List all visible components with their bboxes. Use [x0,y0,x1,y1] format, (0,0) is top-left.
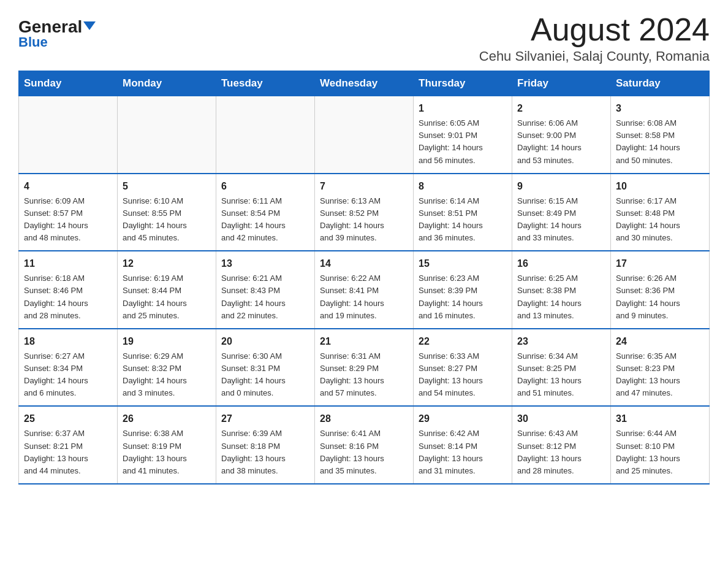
calendar-week-row: 1Sunrise: 6:05 AMSunset: 9:01 PMDaylight… [19,96,710,174]
day-number: 17 [616,256,704,271]
calendar-table: SundayMondayTuesdayWednesdayThursdayFrid… [18,71,710,484]
day-info: Sunrise: 6:41 AMSunset: 8:16 PMDaylight:… [320,427,408,477]
day-number: 25 [24,412,112,426]
weekday-header-wednesday: Wednesday [315,71,414,96]
calendar-cell: 21Sunrise: 6:31 AMSunset: 8:29 PMDayligh… [315,329,414,407]
day-info: Sunrise: 6:18 AMSunset: 8:46 PMDaylight:… [24,272,112,322]
day-number: 31 [616,412,704,426]
day-info: Sunrise: 6:11 AMSunset: 8:54 PMDaylight:… [221,195,309,245]
weekday-header-thursday: Thursday [414,71,512,96]
calendar-cell: 29Sunrise: 6:42 AMSunset: 8:14 PMDayligh… [414,406,512,484]
day-number: 13 [221,256,309,271]
calendar-cell: 14Sunrise: 6:22 AMSunset: 8:41 PMDayligh… [315,251,414,329]
calendar-cell: 11Sunrise: 6:18 AMSunset: 8:46 PMDayligh… [19,251,118,329]
calendar-cell [216,96,315,174]
calendar-cell: 28Sunrise: 6:41 AMSunset: 8:16 PMDayligh… [315,406,414,484]
calendar-cell: 5Sunrise: 6:10 AMSunset: 8:55 PMDaylight… [118,174,216,251]
calendar-cell: 2Sunrise: 6:06 AMSunset: 9:00 PMDaylight… [512,96,611,174]
calendar-cell: 19Sunrise: 6:29 AMSunset: 8:32 PMDayligh… [118,329,216,407]
weekday-header-friday: Friday [512,71,611,96]
calendar-cell: 12Sunrise: 6:19 AMSunset: 8:44 PMDayligh… [118,251,216,329]
day-info: Sunrise: 6:30 AMSunset: 8:31 PMDaylight:… [221,350,309,400]
day-info: Sunrise: 6:35 AMSunset: 8:23 PMDaylight:… [616,350,704,400]
day-info: Sunrise: 6:43 AMSunset: 8:12 PMDaylight:… [517,427,605,477]
day-number: 5 [123,179,211,194]
day-info: Sunrise: 6:23 AMSunset: 8:39 PMDaylight:… [419,272,507,322]
day-number: 11 [24,256,112,271]
weekday-header-sunday: Sunday [19,71,118,96]
calendar-cell: 22Sunrise: 6:33 AMSunset: 8:27 PMDayligh… [414,329,512,407]
day-number: 28 [320,412,408,426]
weekday-header-monday: Monday [118,71,216,96]
day-number: 23 [517,334,605,349]
calendar-cell: 18Sunrise: 6:27 AMSunset: 8:34 PMDayligh… [19,329,118,407]
day-info: Sunrise: 6:15 AMSunset: 8:49 PMDaylight:… [517,195,605,245]
calendar-header-row: SundayMondayTuesdayWednesdayThursdayFrid… [19,71,710,96]
day-number: 9 [517,179,605,194]
logo-triangle-icon [83,21,96,30]
day-info: Sunrise: 6:38 AMSunset: 8:19 PMDaylight:… [123,427,211,477]
day-info: Sunrise: 6:34 AMSunset: 8:25 PMDaylight:… [517,350,605,400]
day-info: Sunrise: 6:08 AMSunset: 8:58 PMDaylight:… [616,117,704,167]
day-info: Sunrise: 6:26 AMSunset: 8:36 PMDaylight:… [616,272,704,322]
day-number: 12 [123,256,211,271]
day-info: Sunrise: 6:27 AMSunset: 8:34 PMDaylight:… [24,350,112,400]
day-number: 8 [419,179,507,194]
day-number: 3 [616,101,704,116]
logo-general-text: General [18,18,96,36]
day-info: Sunrise: 6:25 AMSunset: 8:38 PMDaylight:… [517,272,605,322]
day-number: 29 [419,412,507,426]
day-number: 6 [221,179,309,194]
calendar-cell: 20Sunrise: 6:30 AMSunset: 8:31 PMDayligh… [216,329,315,407]
calendar-cell: 7Sunrise: 6:13 AMSunset: 8:52 PMDaylight… [315,174,414,251]
calendar-cell: 26Sunrise: 6:38 AMSunset: 8:19 PMDayligh… [118,406,216,484]
day-info: Sunrise: 6:05 AMSunset: 9:01 PMDaylight:… [419,117,507,167]
day-number: 14 [320,256,408,271]
calendar-cell: 16Sunrise: 6:25 AMSunset: 8:38 PMDayligh… [512,251,611,329]
day-number: 15 [419,256,507,271]
calendar-cell: 4Sunrise: 6:09 AMSunset: 8:57 PMDaylight… [19,174,118,251]
day-number: 2 [517,101,605,116]
day-number: 1 [419,101,507,116]
calendar-week-row: 4Sunrise: 6:09 AMSunset: 8:57 PMDaylight… [19,174,710,251]
day-info: Sunrise: 6:19 AMSunset: 8:44 PMDaylight:… [123,272,211,322]
month-title: August 2024 [479,12,710,47]
day-info: Sunrise: 6:06 AMSunset: 9:00 PMDaylight:… [517,117,605,167]
calendar-cell: 25Sunrise: 6:37 AMSunset: 8:21 PMDayligh… [19,406,118,484]
day-number: 19 [123,334,211,349]
page-header: General Blue August 2024 Cehu Silvaniei,… [18,12,710,64]
day-number: 27 [221,412,309,426]
calendar-week-row: 11Sunrise: 6:18 AMSunset: 8:46 PMDayligh… [19,251,710,329]
logo-blue-text: Blue [18,34,48,50]
calendar-cell: 27Sunrise: 6:39 AMSunset: 8:18 PMDayligh… [216,406,315,484]
day-info: Sunrise: 6:33 AMSunset: 8:27 PMDaylight:… [419,350,507,400]
day-number: 21 [320,334,408,349]
calendar-cell: 23Sunrise: 6:34 AMSunset: 8:25 PMDayligh… [512,329,611,407]
day-info: Sunrise: 6:21 AMSunset: 8:43 PMDaylight:… [221,272,309,322]
calendar-cell: 1Sunrise: 6:05 AMSunset: 9:01 PMDaylight… [414,96,512,174]
calendar-cell: 10Sunrise: 6:17 AMSunset: 8:48 PMDayligh… [611,174,710,251]
calendar-cell: 15Sunrise: 6:23 AMSunset: 8:39 PMDayligh… [414,251,512,329]
calendar-cell: 9Sunrise: 6:15 AMSunset: 8:49 PMDaylight… [512,174,611,251]
day-info: Sunrise: 6:31 AMSunset: 8:29 PMDaylight:… [320,350,408,400]
day-number: 10 [616,179,704,194]
day-info: Sunrise: 6:37 AMSunset: 8:21 PMDaylight:… [24,427,112,477]
day-number: 20 [221,334,309,349]
day-info: Sunrise: 6:44 AMSunset: 8:10 PMDaylight:… [616,427,704,477]
calendar-cell: 13Sunrise: 6:21 AMSunset: 8:43 PMDayligh… [216,251,315,329]
calendar-cell [118,96,216,174]
day-number: 30 [517,412,605,426]
day-number: 7 [320,179,408,194]
day-info: Sunrise: 6:17 AMSunset: 8:48 PMDaylight:… [616,195,704,245]
calendar-cell: 3Sunrise: 6:08 AMSunset: 8:58 PMDaylight… [611,96,710,174]
calendar-week-row: 18Sunrise: 6:27 AMSunset: 8:34 PMDayligh… [19,329,710,407]
calendar-cell: 6Sunrise: 6:11 AMSunset: 8:54 PMDaylight… [216,174,315,251]
day-info: Sunrise: 6:10 AMSunset: 8:55 PMDaylight:… [123,195,211,245]
title-block: August 2024 Cehu Silvaniei, Salaj County… [479,12,710,64]
logo: General Blue [18,18,96,50]
day-info: Sunrise: 6:39 AMSunset: 8:18 PMDaylight:… [221,427,309,477]
location-title: Cehu Silvaniei, Salaj County, Romania [479,48,710,64]
day-info: Sunrise: 6:13 AMSunset: 8:52 PMDaylight:… [320,195,408,245]
calendar-cell: 30Sunrise: 6:43 AMSunset: 8:12 PMDayligh… [512,406,611,484]
calendar-cell [315,96,414,174]
